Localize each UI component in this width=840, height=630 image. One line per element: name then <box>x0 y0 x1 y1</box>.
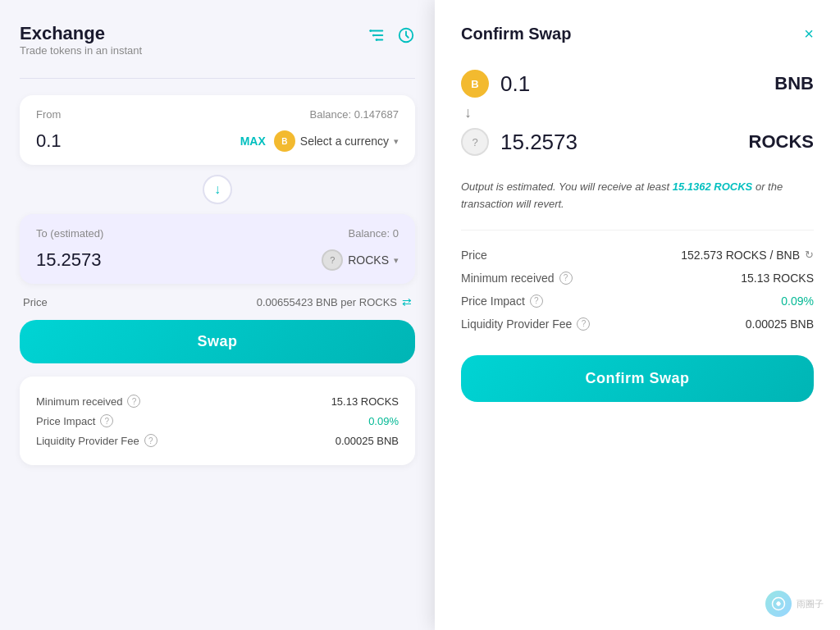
to-card: To (estimated) Balance: 0 15.2573 ? ROCK… <box>20 214 415 284</box>
modal-lp-fee-label-group: Liquidity Provider Fee ? <box>461 317 590 331</box>
refresh-price-icon[interactable]: ↻ <box>805 249 814 261</box>
svg-point-4 <box>372 34 375 37</box>
modal-lp-fee-help-icon[interactable]: ? <box>577 317 590 331</box>
to-summary-left: ? 15.2573 <box>461 128 578 156</box>
modal-min-received-row: Minimum received ? 15.13 ROCKS <box>461 267 814 290</box>
price-value: 0.00655423 BNB per ROCKS <box>257 296 397 308</box>
to-label: To (estimated) <box>36 227 103 240</box>
close-modal-button[interactable]: × <box>804 25 814 43</box>
output-min-value: 15.1362 ROCKS <box>673 180 753 193</box>
settings-icon[interactable] <box>368 26 386 44</box>
price-label: Price <box>23 296 48 308</box>
lp-fee-label-group: Liquidity Provider Fee ? <box>36 434 158 447</box>
modal-from-amount: 0.1 <box>500 71 530 97</box>
from-balance: Balance: 0.147687 <box>310 108 399 121</box>
modal-price-impact-label: Price Impact <box>461 294 525 308</box>
bnb-icon: B <box>274 130 295 152</box>
from-controls: MAX B Select a currency ▾ <box>240 130 399 152</box>
from-summary-left: B 0.1 <box>461 70 530 98</box>
modal-min-received-label-group: Minimum received ? <box>461 272 573 285</box>
price-impact-value: 0.09% <box>368 415 399 427</box>
modal-price-row: Price 152.573 ROCKS / BNB ↻ <box>461 244 814 267</box>
swap-arrows-icon[interactable]: ⇄ <box>402 295 412 308</box>
price-impact-label: Price Impact <box>36 415 95 427</box>
from-currency-selector[interactable]: B Select a currency ▾ <box>274 130 399 152</box>
to-amount: 15.2573 <box>36 249 102 271</box>
watermark-text: 雨圈子 <box>797 598 824 610</box>
modal-min-received-help-icon[interactable]: ? <box>559 272 573 285</box>
lp-fee-help-icon[interactable]: ? <box>144 434 158 447</box>
swap-summary: B 0.1 BNB ↓ ? 15.2573 ROCKS <box>461 63 814 162</box>
modal-price-impact-row: Price Impact ? 0.09% <box>461 290 814 313</box>
from-card-body: 0.1 MAX B Select a currency ▾ <box>36 130 399 152</box>
modal-lp-fee-label: Liquidity Provider Fee <box>461 317 572 331</box>
price-impact-label-group: Price Impact ? <box>36 414 113 427</box>
min-received-row: Minimum received ? 15.13 ROCKS <box>36 391 399 411</box>
modal-price-label: Price <box>461 249 487 262</box>
modal-to-currency: ROCKS <box>749 131 814 153</box>
modal-from-currency: BNB <box>774 73 814 94</box>
history-icon[interactable] <box>397 26 415 44</box>
to-currency-selector[interactable]: ? ROCKS ▾ <box>322 249 399 271</box>
from-summary-row: B 0.1 BNB <box>461 63 814 104</box>
swap-direction-button[interactable]: ↓ <box>203 175 232 204</box>
price-row: Price 0.00655423 BNB per ROCKS ⇄ <box>20 284 415 320</box>
output-notice-text: Output is estimated. You will receive at… <box>461 180 669 193</box>
modal-price-value-group: 152.573 ROCKS / BNB ↻ <box>681 249 814 262</box>
confirm-swap-button[interactable]: Confirm Swap <box>461 355 814 402</box>
exchange-title-group: Exchange Trade tokens in an instant <box>20 23 142 73</box>
modal-arrow-down: ↓ <box>461 104 814 121</box>
exchange-title: Exchange <box>20 23 142 44</box>
price-impact-help-icon[interactable]: ? <box>100 414 113 427</box>
exchange-panel: Exchange Trade tokens in an instant From <box>0 0 435 630</box>
to-balance: Balance: 0 <box>349 227 399 240</box>
from-label: From <box>36 108 61 121</box>
modal-details: Price 152.573 ROCKS / BNB ↻ Minimum rece… <box>461 244 814 336</box>
watermark: 雨圈子 <box>765 591 824 617</box>
modal-min-received-value: 15.13 ROCKS <box>741 272 814 285</box>
min-received-label-group: Minimum received ? <box>36 395 140 408</box>
arrow-down-icon: ↓ <box>214 182 221 197</box>
modal-divider <box>461 230 814 231</box>
price-value-group: 0.00655423 BNB per ROCKS ⇄ <box>257 295 412 308</box>
exchange-subtitle: Trade tokens in an instant <box>20 44 142 57</box>
swap-arrow-container: ↓ <box>20 175 415 204</box>
to-currency-label: ROCKS <box>348 253 389 267</box>
from-amount: 0.1 <box>36 130 62 152</box>
bnb-symbol: B <box>281 137 287 146</box>
lp-fee-label: Liquidity Provider Fee <box>36 435 139 447</box>
min-received-value: 15.13 ROCKS <box>331 395 399 408</box>
price-impact-row: Price Impact ? 0.09% <box>36 411 399 431</box>
lp-fee-value: 0.00025 BNB <box>336 435 399 447</box>
currency-selector-label: Select a currency <box>300 135 389 148</box>
modal-lp-fee-value: 0.00025 BNB <box>746 317 814 331</box>
swap-button[interactable]: Swap <box>20 320 415 363</box>
modal-price-value: 152.573 ROCKS / BNB <box>681 249 800 262</box>
chevron-down-icon: ▾ <box>394 136 399 147</box>
header-divider <box>20 78 415 79</box>
modal-to-amount: 15.2573 <box>500 130 578 155</box>
output-notice: Output is estimated. You will receive at… <box>461 179 814 213</box>
modal-min-received-label: Minimum received <box>461 272 555 285</box>
modal-price-impact-help-icon[interactable]: ? <box>530 294 543 308</box>
rocks-icon: ? <box>322 249 343 271</box>
to-chevron-icon: ▾ <box>394 255 399 266</box>
modal-lp-fee-row: Liquidity Provider Fee ? 0.00025 BNB <box>461 313 814 336</box>
to-card-header: To (estimated) Balance: 0 <box>36 227 399 240</box>
to-card-body: 15.2573 ? ROCKS ▾ <box>36 249 399 271</box>
lp-fee-row: Liquidity Provider Fee ? 0.00025 BNB <box>36 431 399 450</box>
from-card: From Balance: 0.147687 0.1 MAX B Select … <box>20 95 415 165</box>
modal-price-impact-label-group: Price Impact ? <box>461 294 543 308</box>
modal-header: Confirm Swap × <box>461 25 814 43</box>
header-icons <box>368 26 415 44</box>
min-received-help-icon[interactable]: ? <box>127 395 140 408</box>
min-received-label: Minimum received <box>36 395 122 408</box>
max-button[interactable]: MAX <box>240 135 266 148</box>
confirm-swap-modal: Confirm Swap × B 0.1 BNB ↓ ? 15.2573 ROC… <box>435 0 840 630</box>
details-card: Minimum received ? 15.13 ROCKS Price Imp… <box>20 377 415 465</box>
exchange-header: Exchange Trade tokens in an instant <box>20 23 415 73</box>
modal-price-impact-value: 0.09% <box>781 294 814 308</box>
from-card-header: From Balance: 0.147687 <box>36 108 399 121</box>
rocks-symbol: ? <box>330 255 335 265</box>
modal-title: Confirm Swap <box>461 25 571 43</box>
